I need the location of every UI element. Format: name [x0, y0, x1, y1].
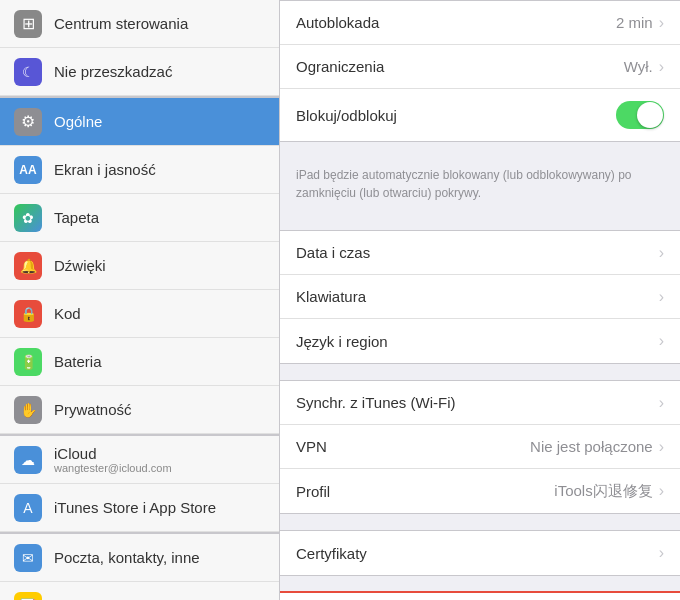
row-blokuj[interactable]: Blokuj/odblokuj — [280, 89, 680, 141]
certyfikaty-label: Certyfikaty — [296, 545, 659, 562]
row-data-czas[interactable]: Data i czas › — [280, 231, 680, 275]
sidebar-item-prywatnosc-label: Prywatność — [54, 401, 132, 418]
dzwieki-icon: 🔔 — [14, 252, 42, 280]
icloud-sublabel: wangtester@icloud.com — [54, 462, 172, 474]
sidebar: ⊞ Centrum sterowania ☾ Nie przeszkadzać … — [0, 0, 280, 600]
synchr-chevron: › — [659, 394, 664, 412]
ogolne-icon: ⚙ — [14, 108, 42, 136]
sidebar-item-poczta[interactable]: ✉ Poczta, kontakty, inne — [0, 534, 279, 582]
row-autoblokada[interactable]: Autoblokada 2 min › — [280, 1, 680, 45]
sidebar-item-notatki[interactable]: 📝 Notatki — [0, 582, 279, 600]
main-content: Autoblokada 2 min › Ograniczenia Wył. › … — [280, 0, 680, 600]
vpn-value: Nie jest połączone — [530, 438, 653, 455]
klawiatura-chevron: › — [659, 288, 664, 306]
jezyk-chevron: › — [659, 332, 664, 350]
certyfikaty-chevron: › — [659, 544, 664, 562]
row-synchr[interactable]: Synchr. z iTunes (Wi-Fi) › — [280, 381, 680, 425]
row-certyfikaty[interactable]: Certyfikaty › — [280, 531, 680, 575]
data-czas-label: Data i czas — [296, 244, 659, 261]
sidebar-item-bateria-label: Bateria — [54, 353, 102, 370]
sidebar-item-kod-label: Kod — [54, 305, 81, 322]
ograniczenia-value: Wył. — [624, 58, 653, 75]
klawiatura-label: Klawiatura — [296, 288, 659, 305]
blokuj-toggle[interactable] — [616, 101, 664, 129]
row-jezyk[interactable]: Język i region › — [280, 319, 680, 363]
ograniczenia-chevron: › — [659, 58, 664, 76]
ekran-icon: AA — [14, 156, 42, 184]
section-top: Autoblokada 2 min › Ograniczenia Wył. › … — [280, 0, 680, 142]
data-czas-chevron: › — [659, 244, 664, 262]
sidebar-item-ekran[interactable]: AA Ekran i jasność — [0, 146, 279, 194]
sidebar-item-ogolne[interactable]: ⚙ Ogólne — [0, 98, 279, 146]
sidebar-item-kod[interactable]: 🔒 Kod — [0, 290, 279, 338]
row-vpn[interactable]: VPN Nie jest połączone › — [280, 425, 680, 469]
section-network: Synchr. z iTunes (Wi-Fi) › VPN Nie jest … — [280, 380, 680, 514]
sidebar-item-itunes-label: iTunes Store i App Store — [54, 499, 216, 516]
sidebar-item-dzwieki-label: Dźwięki — [54, 257, 106, 274]
synchr-label: Synchr. z iTunes (Wi-Fi) — [296, 394, 659, 411]
sidebar-item-nie-przeszkadzac[interactable]: ☾ Nie przeszkadzać — [0, 48, 279, 96]
autoblokada-value: 2 min — [616, 14, 653, 31]
row-ograniczenia[interactable]: Ograniczenia Wył. › — [280, 45, 680, 89]
row-profil[interactable]: Profil iTools闪退修复 › — [280, 469, 680, 513]
sidebar-item-nie-przeszkadzac-label: Nie przeszkadzać — [54, 63, 172, 80]
sidebar-item-centrum-label: Centrum sterowania — [54, 15, 188, 32]
sidebar-item-tapeta-label: Tapeta — [54, 209, 99, 226]
sidebar-item-itunes[interactable]: A iTunes Store i App Store — [0, 484, 279, 532]
row-wyzeruj[interactable]: Wyzeruj › — [280, 593, 680, 600]
section-reset: Wyzeruj › — [280, 592, 680, 600]
section-certs: Certyfikaty › — [280, 530, 680, 576]
sidebar-item-bateria[interactable]: 🔋 Bateria — [0, 338, 279, 386]
sidebar-item-ekran-label: Ekran i jasność — [54, 161, 156, 178]
icloud-icon: ☁ — [14, 446, 42, 474]
centrum-icon: ⊞ — [14, 10, 42, 38]
prywatnosc-icon: ✋ — [14, 396, 42, 424]
autoblokada-label: Autoblokada — [296, 14, 616, 31]
sidebar-item-prywatnosc[interactable]: ✋ Prywatność — [0, 386, 279, 434]
blokuj-description: iPad będzie automatycznie blokowany (lub… — [280, 158, 680, 214]
sidebar-item-ogolne-label: Ogólne — [54, 113, 102, 130]
sidebar-item-centrum[interactable]: ⊞ Centrum sterowania — [0, 0, 279, 48]
sidebar-item-icloud[interactable]: ☁ iCloud wangtester@icloud.com — [0, 436, 279, 484]
sidebar-item-dzwieki[interactable]: 🔔 Dźwięki — [0, 242, 279, 290]
autoblokada-chevron: › — [659, 14, 664, 32]
tapeta-icon: ✿ — [14, 204, 42, 232]
notatki-icon: 📝 — [14, 592, 42, 601]
icloud-label: iCloud — [54, 445, 172, 462]
poczta-icon: ✉ — [14, 544, 42, 572]
profil-chevron: › — [659, 482, 664, 500]
vpn-label: VPN — [296, 438, 530, 455]
nie-przeszkadzac-icon: ☾ — [14, 58, 42, 86]
sidebar-item-poczta-label: Poczta, kontakty, inne — [54, 549, 200, 566]
bateria-icon: 🔋 — [14, 348, 42, 376]
row-klawiatura[interactable]: Klawiatura › — [280, 275, 680, 319]
itunes-icon: A — [14, 494, 42, 522]
ograniczenia-label: Ograniczenia — [296, 58, 624, 75]
profil-value: iTools闪退修复 — [554, 482, 652, 501]
section-locale: Data i czas › Klawiatura › Język i regio… — [280, 230, 680, 364]
blokuj-label: Blokuj/odblokuj — [296, 107, 616, 124]
kod-icon: 🔒 — [14, 300, 42, 328]
jezyk-label: Język i region — [296, 333, 659, 350]
toggle-knob — [637, 102, 663, 128]
vpn-chevron: › — [659, 438, 664, 456]
sidebar-item-tapeta[interactable]: ✿ Tapeta — [0, 194, 279, 242]
profil-label: Profil — [296, 483, 554, 500]
